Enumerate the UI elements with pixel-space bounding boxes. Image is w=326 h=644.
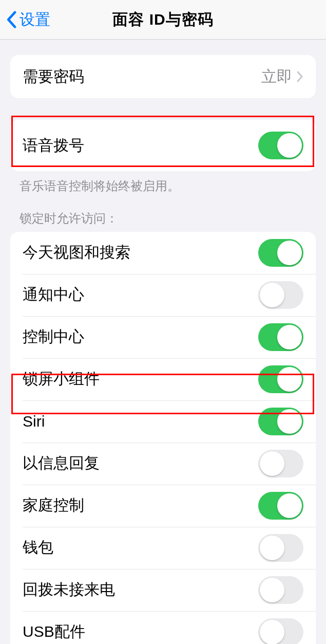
lock-access-toggle[interactable] <box>258 492 303 520</box>
page-title: 面容 ID与密码 <box>112 9 213 30</box>
lock-access-row: 控制中心 <box>10 316 316 358</box>
lock-access-row: Siri <box>10 400 316 443</box>
lock-access-toggle[interactable] <box>258 323 303 351</box>
lock-access-row: 家庭控制 <box>10 485 316 527</box>
lock-access-row: 钱包 <box>10 527 316 569</box>
lock-access-row: 以信息回复 <box>10 443 316 485</box>
lock-access-label: Siri <box>23 413 45 430</box>
chevron-right-icon <box>296 70 303 83</box>
lock-access-toggle[interactable] <box>258 450 303 477</box>
lock-access-label: 今天视图和搜索 <box>23 242 130 263</box>
lock-access-toggle[interactable] <box>258 365 303 393</box>
voice-dial-label: 语音拨号 <box>23 135 84 156</box>
chevron-left-icon <box>6 11 16 28</box>
lock-access-toggle[interactable] <box>258 281 303 309</box>
voice-dial-group: 语音拨号 <box>10 120 316 171</box>
lock-access-label: 通知中心 <box>23 284 84 305</box>
lock-access-toggle[interactable] <box>258 408 303 435</box>
require-passcode-row[interactable]: 需要密码 立即 <box>10 55 316 98</box>
voice-dial-row: 语音拨号 <box>10 120 316 171</box>
lock-access-label: 钱包 <box>23 537 53 558</box>
lock-access-group: 今天视图和搜索通知中心控制中心锁屏小组件Siri以信息回复家庭控制钱包回拨未接来… <box>10 232 316 644</box>
lock-access-header: 锁定时允许访问： <box>0 195 326 232</box>
lock-access-label: 控制中心 <box>23 326 84 347</box>
lock-access-row: 今天视图和搜索 <box>10 232 316 274</box>
passcode-group: 需要密码 立即 <box>10 55 316 98</box>
back-label: 设置 <box>20 9 50 30</box>
lock-access-row: 锁屏小组件 <box>10 358 316 400</box>
require-passcode-label: 需要密码 <box>23 66 84 87</box>
lock-access-label: 回拨未接来电 <box>23 579 115 600</box>
voice-dial-toggle[interactable] <box>258 132 303 159</box>
lock-access-toggle[interactable] <box>258 576 303 604</box>
require-passcode-value: 立即 <box>261 66 292 87</box>
lock-access-row: 通知中心 <box>10 274 316 316</box>
lock-access-label: USB配件 <box>23 621 85 642</box>
nav-bar: 设置 面容 ID与密码 <box>0 0 326 40</box>
lock-access-toggle[interactable] <box>258 534 303 562</box>
lock-access-row: USB配件 <box>10 611 316 644</box>
lock-access-toggle[interactable] <box>258 239 303 267</box>
voice-dial-footer: 音乐语音控制将始终被启用。 <box>0 171 326 195</box>
lock-access-row: 回拨未接来电 <box>10 569 316 611</box>
lock-access-label: 家庭控制 <box>23 495 84 516</box>
lock-access-label: 锁屏小组件 <box>23 369 100 390</box>
lock-access-toggle[interactable] <box>258 618 303 644</box>
back-button[interactable]: 设置 <box>6 9 50 30</box>
lock-access-label: 以信息回复 <box>23 453 100 474</box>
